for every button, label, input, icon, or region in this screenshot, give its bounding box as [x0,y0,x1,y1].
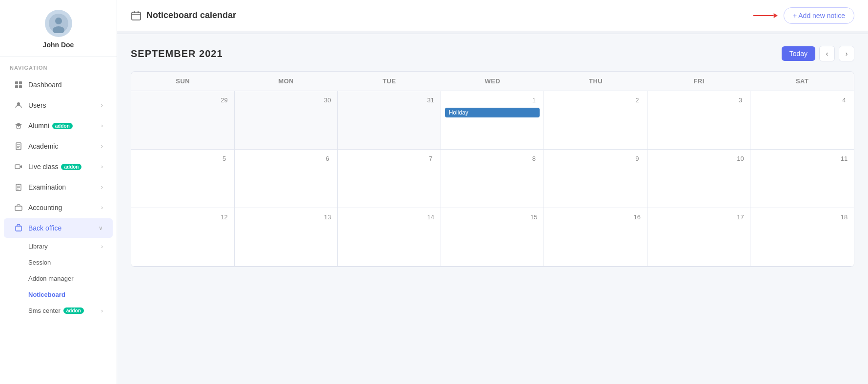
sidebar-item-academic[interactable]: Academic › [4,136,113,156]
weekday-fri: FRI [647,72,751,91]
sidebar-item-dashboard-label: Dashboard [28,81,62,89]
weekday-thu: THU [544,72,647,91]
day-number: 17 [734,211,746,223]
today-button[interactable]: Today [782,46,815,61]
calendar-cell[interactable]: 8 [441,150,545,208]
day-number: 29 [219,94,230,106]
page-title: Noticeboard calendar [131,10,236,21]
sidebar-item-alumni-label: Alumni [28,122,49,130]
video-icon [14,162,23,172]
sidebar: John Doe NAVIGATION Dashboard Users › [0,0,117,384]
graduation-icon [14,121,23,131]
calendar-cell[interactable]: 12 [131,208,235,267]
svg-rect-19 [16,226,21,231]
svg-point-1 [55,18,62,24]
sidebar-item-live-class[interactable]: Live class addon › [4,157,113,176]
calendar-weekdays: SUN MON TUE WED THU FRI SAT [131,72,854,91]
weekday-wed: WED [441,72,545,91]
user-icon [14,100,23,110]
profile-name: John Doe [43,41,74,49]
book-icon [14,141,23,151]
calendar-cell[interactable]: 4 [750,91,854,150]
next-month-button[interactable]: › [839,46,854,61]
avatar [45,10,72,37]
day-number: 13 [322,211,333,223]
briefcase-icon [14,203,23,212]
add-new-notice-button[interactable]: + Add new notice [784,7,854,24]
calendar-cell[interactable]: 14 [338,208,441,267]
calendar-month-title: SEPTEMBER 2021 [131,48,223,59]
svg-rect-3 [15,81,18,84]
day-number: 5 [219,153,230,164]
calendar-cell[interactable]: 5 [131,150,235,208]
day-number: 14 [425,211,437,223]
sidebar-item-users-label: Users [28,101,46,109]
calendar-cell[interactable]: 9 [544,150,647,208]
day-number: 4 [838,94,850,106]
chevron-right-icon: › [101,102,103,109]
day-number: 30 [322,94,333,106]
calendar-cell[interactable]: 13 [235,208,338,267]
sidebar-item-alumni[interactable]: Alumni addon › [4,116,113,135]
day-number: 9 [631,153,643,164]
chevron-down-icon: ∨ [99,225,103,231]
sms-center-addon-badge: addon [63,307,84,314]
sidebar-item-live-class-label: Live class [28,163,58,171]
arrow-indicator [753,11,778,20]
chevron-right-icon: › [101,143,103,150]
sidebar-item-academic-label: Academic [28,142,58,150]
weekday-mon: MON [235,72,338,91]
calendar-cell[interactable]: 30 [235,91,338,150]
calendar-cell[interactable]: 7 [338,150,441,208]
calendar-cell[interactable]: 6 [235,150,338,208]
day-number: 7 [425,153,437,164]
calendar-cell[interactable]: 3 [647,91,751,150]
calendar-cell[interactable]: 16 [544,208,647,267]
day-number: 18 [838,211,850,223]
calendar-cell[interactable]: 11 [750,150,854,208]
day-number: 31 [425,94,437,106]
topbar: Noticeboard calendar + Add new notice [117,0,868,31]
calendar-cell[interactable]: 31 [338,91,441,150]
day-number: 11 [838,153,850,164]
sidebar-item-examination-label: Examination [28,183,66,191]
sidebar-subitem-library[interactable]: Library › [4,239,113,254]
sidebar-item-examination[interactable]: Examination › [4,177,113,197]
calendar-cell[interactable]: 1Holiday [441,91,545,150]
red-arrow-icon [753,11,778,20]
calendar-event[interactable]: Holiday [445,108,540,117]
svg-rect-18 [15,206,22,211]
calendar-cell[interactable]: 17 [647,208,751,267]
calendar-cell[interactable]: 15 [441,208,545,267]
chevron-right-icon: › [101,163,103,170]
calendar-cell[interactable]: 2 [544,91,647,150]
calendar-grid: SUN MON TUE WED THU FRI SAT 2930311Holid… [131,71,854,267]
day-number: 6 [322,153,333,164]
sidebar-subitem-session[interactable]: Session [4,255,113,270]
calendar-cell[interactable]: 29 [131,91,235,150]
sidebar-subitem-sms-center[interactable]: Sms center addon › [4,303,113,318]
sidebar-item-users[interactable]: Users › [4,96,113,115]
weekday-tue: TUE [338,72,441,91]
day-number: 10 [734,153,746,164]
sidebar-subitem-noticeboard[interactable]: Noticeboard [4,287,113,302]
svg-rect-17 [18,184,20,185]
day-number: 2 [631,94,643,106]
sidebar-item-accounting[interactable]: Accounting › [4,198,113,217]
clipboard-icon [14,182,23,192]
sidebar-subitem-addon-manager[interactable]: Addon manager [4,271,113,286]
calendar-cell[interactable]: 10 [647,150,751,208]
sidebar-item-back-office[interactable]: Back office ∨ [4,218,113,238]
calendar-cell[interactable]: 18 [750,208,854,267]
day-number: 3 [734,94,746,106]
chevron-right-icon: › [101,184,103,191]
day-number: 8 [528,153,540,164]
weekday-sun: SUN [131,72,235,91]
sidebar-subitem-addon-manager-label: Addon manager [28,275,74,282]
weekday-sat: SAT [750,72,854,91]
prev-month-button[interactable]: ‹ [819,46,835,61]
sidebar-item-dashboard[interactable]: Dashboard [4,75,113,95]
live-class-addon-badge: addon [61,164,81,170]
day-number: 12 [219,211,230,223]
svg-rect-4 [19,81,22,84]
